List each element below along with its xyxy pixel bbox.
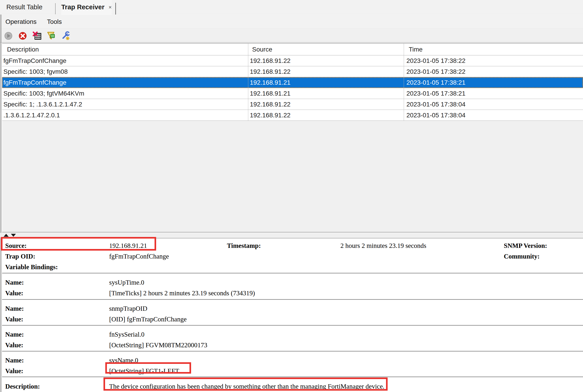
splitter-down-icon[interactable]	[11, 234, 16, 237]
binding-separator	[2, 376, 583, 377]
tab-trap-receiver-label: Trap Receiver	[61, 4, 104, 11]
binding-value: [OctetString] FGVM08TM22000173	[109, 342, 207, 349]
cell-source: 192.168.91.21	[250, 88, 290, 99]
cell-source: 192.168.91.22	[250, 110, 290, 120]
binding-name-row: Name: fnSysSerial.0	[2, 331, 583, 340]
tab-bar: Result Table Trap Receiver ×	[0, 0, 583, 14]
binding-name: snmpTrapOID	[109, 305, 147, 312]
stop-trap-receiver-button[interactable]	[18, 31, 27, 41]
tab-trap-receiver[interactable]: Trap Receiver ×	[61, 0, 112, 14]
value-label: Value:	[5, 342, 23, 349]
binding-name-row: Name: snmpTrapOID	[2, 305, 583, 314]
cell-time: 2023-01-05 17:38:22	[406, 56, 466, 66]
binding-value: [OID] fgFmTrapConfChange	[109, 316, 186, 323]
cell-source: 192.168.91.22	[250, 99, 290, 110]
cell-description: fgFmTrapConfChange	[3, 56, 66, 66]
cell-description: .1.3.6.1.2.1.47.2.0.1	[3, 110, 60, 120]
description-value: The device configuration has been change…	[109, 383, 384, 390]
table-row[interactable]: fgFmTrapConfChange 192.168.91.22 2023-01…	[2, 56, 583, 66]
trap-oid-label: Trap OID:	[5, 253, 35, 260]
trap-table-header: Description Source Time	[2, 44, 583, 56]
table-row[interactable]: Specific: 1003; fgtVM64KVm 192.168.91.21…	[2, 88, 583, 99]
binding-separator	[2, 273, 583, 274]
column-divider[interactable]	[248, 44, 248, 121]
cell-description: Specific: 1003; fgtVM64KVm	[3, 88, 84, 99]
trap-oid-value: fgFmTrapConfChange	[109, 253, 169, 260]
cell-source: 192.168.91.22	[250, 56, 290, 66]
cell-description: Specific: 1; .1.3.6.1.2.1.47.2	[3, 99, 82, 110]
binding-name: fnSysSerial.0	[109, 331, 144, 338]
binding-name-row: Name: sysName.0	[2, 356, 583, 366]
detail-row-variable-bindings: Variable Bindings:	[2, 263, 583, 272]
clear-table-button[interactable]	[32, 31, 42, 41]
table-row-selected[interactable]: fgFmTrapConfChange 192.168.91.21 2023-01…	[2, 77, 583, 88]
description-label: Description:	[5, 383, 40, 390]
window-left-border	[0, 14, 1, 392]
binding-value: [OctetString] FGT1-LEFT	[109, 367, 179, 375]
clear-table-icon	[32, 31, 41, 40]
cell-time: 2023-01-05 17:38:04	[406, 99, 466, 110]
wrench-tools-icon	[61, 31, 70, 40]
binding-value-row: Value: [OctetString] FGT1-LEFT	[2, 367, 583, 376]
table-row[interactable]: Specific: 1; .1.3.6.1.2.1.47.2 192.168.9…	[2, 99, 583, 110]
timestamp-label: Timestamp:	[227, 242, 261, 250]
cell-source: 192.168.91.22	[250, 66, 290, 77]
cell-source: 192.168.91.21	[250, 77, 290, 88]
cell-time: 2023-01-05 17:38:21	[406, 88, 466, 99]
binding-separator	[2, 299, 583, 300]
detail-row-source: Source: 192.168.91.21 Timestamp: 2 hours…	[2, 242, 583, 251]
trap-receiver-window: Result Table Trap Receiver × Operations …	[0, 0, 583, 392]
close-tab-icon[interactable]: ×	[108, 4, 112, 10]
column-header-source[interactable]: Source	[252, 44, 272, 56]
binding-name-row: Name: sysUpTime.0	[2, 279, 583, 288]
binding-value: [TimeTicks] 2 hours 2 minutes 23.19 seco…	[109, 290, 255, 297]
stop-icon	[18, 31, 27, 40]
menu-operations[interactable]: Operations	[4, 17, 38, 26]
table-row[interactable]: Specific: 1003; fgvm08 192.168.91.22 202…	[2, 66, 583, 77]
cell-description: Specific: 1003; fgvm08	[3, 66, 68, 77]
value-label: Value:	[5, 316, 23, 323]
binding-name: sysName.0	[109, 356, 138, 364]
menu-bar: Operations Tools	[0, 14, 583, 29]
filter-button[interactable]	[46, 31, 56, 41]
tab-result-table-label: Result Table	[6, 4, 42, 11]
name-label: Name:	[5, 279, 24, 286]
value-label: Value:	[5, 367, 23, 375]
settings-button[interactable]	[61, 31, 70, 41]
cell-time: 2023-01-05 17:38:04	[406, 110, 466, 120]
column-header-time[interactable]: Time	[409, 44, 423, 56]
pane-splitter[interactable]	[0, 233, 583, 238]
tab-separator	[115, 3, 116, 16]
play-icon	[4, 31, 13, 40]
source-value: 192.168.91.21	[109, 242, 147, 250]
binding-value-row: Value: [TimeTicks] 2 hours 2 minutes 23.…	[2, 290, 583, 298]
cell-time: 2023-01-05 17:38:22	[406, 66, 466, 77]
column-header-description[interactable]: Description	[7, 44, 39, 56]
name-label: Name:	[5, 356, 24, 364]
timestamp-value: 2 hours 2 minutes 23.19 seconds	[340, 242, 426, 250]
toolbar	[0, 29, 583, 43]
binding-value-row: Value: [OID] fgFmTrapConfChange	[2, 316, 583, 324]
cell-time: 2023-01-05 17:38:21	[406, 77, 466, 88]
name-label: Name:	[5, 331, 24, 338]
table-row[interactable]: .1.3.6.1.2.1.47.2.0.1 192.168.91.22 2023…	[2, 110, 583, 121]
community-label: Community:	[504, 253, 540, 260]
source-label: Source:	[5, 242, 27, 250]
variable-bindings-label: Variable Bindings:	[5, 263, 58, 271]
start-trap-receiver-button[interactable]	[4, 31, 13, 41]
snmp-version-label: SNMP Version:	[504, 242, 547, 250]
name-label: Name:	[5, 305, 24, 312]
tab-result-table[interactable]: Result Table	[6, 0, 42, 14]
splitter-up-icon[interactable]	[4, 234, 9, 237]
menu-tools[interactable]: Tools	[45, 17, 63, 26]
trap-detail-pane: Source: 192.168.91.21 Timestamp: 2 hours…	[2, 238, 583, 392]
value-label: Value:	[5, 290, 23, 297]
binding-separator	[2, 351, 583, 352]
binding-name: sysUpTime.0	[109, 279, 144, 286]
filter-icon	[47, 31, 56, 40]
detail-row-description: Description: The device configuration ha…	[2, 383, 583, 392]
trap-table: Description Source Time fgFmTrapConfChan…	[2, 43, 583, 232]
cell-description: fgFmTrapConfChange	[3, 77, 66, 88]
binding-value-row: Value: [OctetString] FGVM08TM22000173	[2, 342, 583, 350]
binding-separator	[2, 325, 583, 326]
